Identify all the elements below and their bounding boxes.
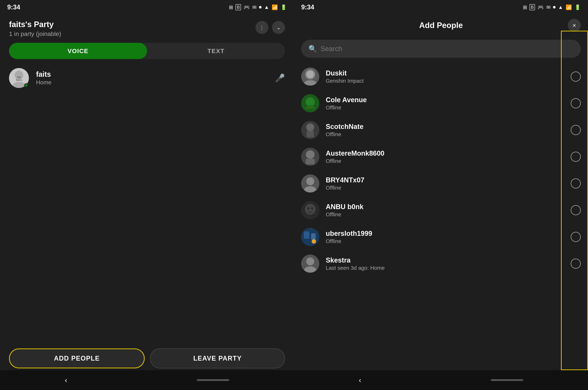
close-button[interactable]: × bbox=[568, 19, 581, 32]
mic-icon: 🎤 bbox=[275, 73, 285, 83]
svg-rect-25 bbox=[304, 232, 309, 239]
friend-info: ANBU b0nkOffline bbox=[326, 203, 564, 218]
collapse-button[interactable]: ⌄ bbox=[272, 21, 285, 34]
search-bar[interactable]: 🔍 bbox=[301, 40, 581, 58]
friend-info: SkestraLast seen 3d ago: Home bbox=[326, 256, 564, 271]
friend-info: ScotchNateOffline bbox=[326, 123, 564, 137]
b-icon: B bbox=[235, 4, 241, 10]
right-panel: 9:34 ⊞ B 🎮 ✉ ▲ 📶 🔋 Add People × 🔍 Duskit… bbox=[294, 0, 588, 390]
right-xbox-icon: ⊞ bbox=[523, 4, 527, 10]
right-status-bar: 9:34 ⊞ B 🎮 ✉ ▲ 📶 🔋 bbox=[294, 0, 588, 14]
friend-name: Skestra bbox=[326, 256, 564, 264]
party-title: faits's Party bbox=[9, 20, 61, 29]
add-people-button[interactable]: ADD PEOPLE bbox=[9, 348, 145, 368]
friend-select-circle[interactable] bbox=[571, 205, 581, 215]
right-nav-bar: ‹ bbox=[294, 370, 588, 390]
friend-avatar bbox=[301, 201, 319, 219]
friend-avatar bbox=[301, 67, 319, 86]
friend-item: Cole AvenueOffline bbox=[294, 90, 588, 117]
party-subtitle: 1 in party (joinable) bbox=[9, 30, 61, 37]
voice-text-tab-bar: VOICE TEXT bbox=[9, 43, 285, 59]
right-time: 9:34 bbox=[301, 3, 314, 11]
friend-status: Genshin Impact bbox=[326, 78, 564, 84]
friend-select-circle[interactable] bbox=[571, 152, 581, 162]
svg-point-15 bbox=[306, 150, 314, 159]
search-input[interactable] bbox=[320, 45, 574, 53]
right-notification-dot bbox=[553, 6, 555, 8]
back-icon[interactable]: ‹ bbox=[65, 376, 67, 384]
right-signal-icon: 📶 bbox=[566, 4, 572, 10]
svg-point-18 bbox=[306, 177, 314, 185]
member-avatar-wrap: Old Spice bbox=[9, 68, 29, 88]
friend-info: DuskitGenshin Impact bbox=[326, 69, 564, 84]
friend-avatar bbox=[301, 174, 319, 193]
friend-avatar bbox=[301, 228, 319, 246]
friend-status: Offline bbox=[326, 104, 564, 111]
friend-select-circle[interactable] bbox=[571, 98, 581, 108]
svg-rect-26 bbox=[311, 233, 316, 240]
mail-icon: ✉ bbox=[252, 4, 256, 10]
friend-select-circle[interactable] bbox=[571, 259, 581, 269]
friend-select-circle[interactable] bbox=[571, 71, 581, 82]
add-people-header: Add People × bbox=[294, 16, 588, 34]
friend-status: Offline bbox=[326, 185, 564, 191]
friend-select-circle[interactable] bbox=[571, 232, 581, 242]
svg-point-7 bbox=[307, 71, 314, 78]
home-indicator bbox=[197, 379, 229, 381]
friend-name: ubersloth1999 bbox=[326, 230, 564, 238]
friend-item: ubersloth1999Offline bbox=[294, 224, 588, 250]
gamepad-icon: 🎮 bbox=[243, 4, 250, 10]
friend-status: Offline bbox=[326, 238, 564, 244]
online-indicator bbox=[24, 83, 28, 87]
friend-item: AustereMonk8600Offline bbox=[294, 143, 588, 170]
friend-select-circle[interactable] bbox=[571, 178, 581, 189]
friend-item: SkestraLast seen 3d ago: Home bbox=[294, 250, 588, 277]
friend-item: BRY4NTx07Offline bbox=[294, 170, 588, 197]
friend-info: Cole AvenueOffline bbox=[326, 96, 564, 111]
friend-info: BRY4NTx07Offline bbox=[326, 176, 564, 191]
left-panel: 9:34 ⊞ B 🎮 ✉ ▲ 📶 🔋 faits's Party 1 in pa… bbox=[0, 0, 294, 390]
svg-point-27 bbox=[312, 239, 316, 244]
friend-select-circle[interactable] bbox=[571, 125, 581, 135]
right-mail-icon: ✉ bbox=[546, 4, 550, 10]
battery-icon: 🔋 bbox=[280, 4, 287, 10]
add-people-title: Add People bbox=[419, 21, 463, 30]
member-info: faits Home bbox=[36, 70, 268, 86]
text-tab[interactable]: TEXT bbox=[147, 43, 285, 59]
friend-name: ScotchNate bbox=[326, 123, 564, 131]
svg-point-23 bbox=[311, 207, 313, 209]
friend-status: Offline bbox=[326, 131, 564, 137]
party-actions: ⋮ ⌄ bbox=[255, 21, 285, 34]
svg-point-21 bbox=[305, 204, 316, 215]
right-back-icon[interactable]: ‹ bbox=[359, 376, 361, 384]
member-status: Home bbox=[36, 79, 268, 86]
friends-list: DuskitGenshin ImpactCole AvenueOfflineSc… bbox=[294, 63, 588, 390]
notification-dot bbox=[259, 6, 262, 8]
left-nav-bar: ‹ bbox=[0, 370, 294, 390]
friend-status: Offline bbox=[326, 211, 564, 218]
member-name: faits bbox=[36, 70, 268, 78]
friend-item: ScotchNateOffline bbox=[294, 117, 588, 143]
svg-point-12 bbox=[306, 123, 314, 131]
right-home-indicator bbox=[491, 379, 523, 381]
voice-tab[interactable]: VOICE bbox=[9, 43, 147, 59]
friend-name: BRY4NTx07 bbox=[326, 176, 564, 184]
friend-avatar bbox=[301, 148, 319, 166]
svg-rect-16 bbox=[306, 159, 315, 164]
search-icon: 🔍 bbox=[309, 45, 317, 53]
left-status-icons: ⊞ B 🎮 ✉ ▲ 📶 🔋 bbox=[229, 4, 287, 10]
right-wifi-icon: ▲ bbox=[558, 4, 563, 10]
more-options-button[interactable]: ⋮ bbox=[255, 21, 268, 34]
friend-status: Last seen 3d ago: Home bbox=[326, 265, 564, 271]
friend-name: ANBU b0nk bbox=[326, 203, 564, 211]
friend-name: AustereMonk8600 bbox=[326, 149, 564, 157]
leave-party-button[interactable]: LEAVE PARTY bbox=[150, 348, 285, 368]
wifi-icon: ▲ bbox=[264, 4, 269, 10]
svg-point-29 bbox=[306, 257, 314, 265]
svg-rect-13 bbox=[307, 131, 314, 137]
svg-text:Old: Old bbox=[17, 76, 21, 79]
friend-info: ubersloth1999Offline bbox=[326, 230, 564, 244]
friend-name: Cole Avenue bbox=[326, 96, 564, 104]
right-b-icon: B bbox=[530, 4, 535, 10]
svg-point-22 bbox=[308, 207, 309, 209]
